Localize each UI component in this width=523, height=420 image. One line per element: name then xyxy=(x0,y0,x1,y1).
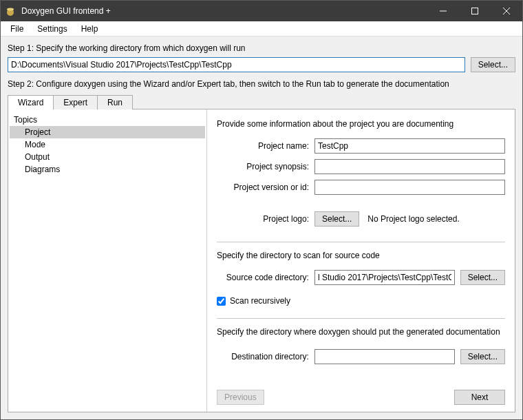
project-version-label: Project version or id: xyxy=(217,182,314,192)
next-button[interactable]: Next xyxy=(454,390,505,405)
working-dir-input[interactable] xyxy=(8,57,465,72)
window-title: Doxygen GUI frontend + xyxy=(21,6,427,16)
dest-dir-label: Destination directory: xyxy=(217,352,314,361)
project-logo-label: Project logo: xyxy=(217,214,314,224)
source-dir-input[interactable] xyxy=(314,270,455,285)
project-version-input[interactable] xyxy=(314,180,505,195)
minimize-button[interactable] xyxy=(427,1,459,21)
svg-rect-3 xyxy=(472,8,478,14)
topics-panel: Topics Project Mode Output Diagrams xyxy=(8,109,207,412)
topics-list: Project Mode Output Diagrams xyxy=(10,126,205,176)
working-dir-row: Select... xyxy=(8,57,515,72)
tab-run[interactable]: Run xyxy=(98,95,133,109)
scan-intro: Specify the directory to scan for source… xyxy=(217,251,505,260)
source-dir-row: Source code directory: Select... xyxy=(217,270,505,285)
project-version-row: Project version or id: xyxy=(217,180,505,195)
project-name-input[interactable] xyxy=(314,138,505,154)
scan-recursive-row[interactable]: Scan recursively xyxy=(217,296,505,306)
project-logo-select-button[interactable]: Select... xyxy=(314,211,359,227)
tab-expert[interactable]: Expert xyxy=(54,95,98,109)
tab-wizard[interactable]: Wizard xyxy=(8,95,54,109)
scan-recursive-label: Scan recursively xyxy=(230,296,290,306)
project-name-label: Project name: xyxy=(217,141,314,151)
window-controls xyxy=(427,1,522,21)
step1-label: Step 1: Specify the working directory fr… xyxy=(8,43,515,53)
titlebar: Doxygen GUI frontend + xyxy=(1,1,522,21)
project-synopsis-label: Project synopsis: xyxy=(217,162,314,171)
menu-file[interactable]: File xyxy=(3,23,30,35)
dest-dir-row: Destination directory: Select... xyxy=(217,349,505,364)
project-name-row: Project name: xyxy=(217,138,505,154)
topic-mode[interactable]: Mode xyxy=(10,138,205,151)
divider-1 xyxy=(217,242,505,242)
menu-help[interactable]: Help xyxy=(74,23,105,35)
dest-intro: Specify the directory where doxygen shou… xyxy=(217,327,505,337)
nav-row: Previous Next xyxy=(217,381,505,405)
topic-output[interactable]: Output xyxy=(10,151,205,163)
topics-header: Topics xyxy=(10,114,205,126)
project-logo-status: No Project logo selected. xyxy=(367,214,459,224)
tab-bar: Wizard Expert Run xyxy=(8,94,515,109)
maximize-button[interactable] xyxy=(459,1,491,21)
project-synopsis-input[interactable] xyxy=(314,159,505,174)
divider-2 xyxy=(217,318,505,319)
project-synopsis-row: Project synopsis: xyxy=(217,159,505,174)
close-button[interactable] xyxy=(491,1,522,21)
content-area: Step 1: Specify the working directory fr… xyxy=(1,36,522,419)
topic-diagrams[interactable]: Diagrams xyxy=(10,163,205,176)
source-dir-label: Source code directory: xyxy=(217,273,314,282)
source-dir-select-button[interactable]: Select... xyxy=(460,270,505,285)
working-dir-select-button[interactable]: Select... xyxy=(471,57,515,72)
menu-settings[interactable]: Settings xyxy=(30,23,74,35)
project-logo-row: Project logo: Select... No Project logo … xyxy=(217,211,505,227)
app-window: Doxygen GUI frontend + File Settings Hel… xyxy=(0,0,523,420)
app-icon xyxy=(5,6,16,17)
dest-dir-select-button[interactable]: Select... xyxy=(460,349,505,364)
scan-recursive-checkbox[interactable] xyxy=(217,297,226,306)
form-panel: Provide some information about the proje… xyxy=(207,109,515,412)
panel-container: Topics Project Mode Output Diagrams Prov… xyxy=(8,109,515,412)
intro-text: Provide some information about the proje… xyxy=(217,119,505,129)
step2-label: Step 2: Configure doxygen using the Wiza… xyxy=(8,79,515,89)
dest-dir-input[interactable] xyxy=(314,349,455,364)
previous-button[interactable]: Previous xyxy=(217,390,264,405)
menubar: File Settings Help xyxy=(1,21,522,36)
svg-point-1 xyxy=(7,8,14,11)
topic-project[interactable]: Project xyxy=(10,126,205,138)
